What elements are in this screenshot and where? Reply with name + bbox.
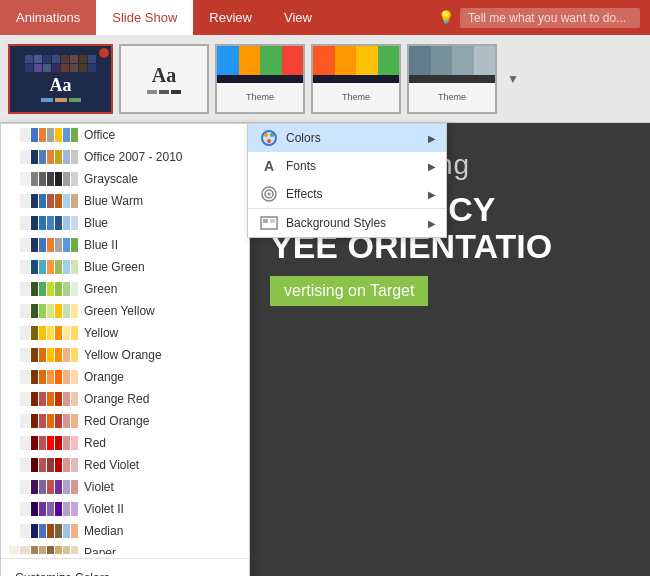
tab-review[interactable]: Review bbox=[193, 0, 268, 35]
theme-label-yellow-orange: Yellow Orange bbox=[84, 348, 162, 362]
theme-item-red-orange[interactable]: Red Orange bbox=[1, 410, 249, 432]
thumbnail-bar: Aa Aa bbox=[0, 35, 650, 123]
submenu-effects[interactable]: Effects ▶ bbox=[248, 180, 446, 208]
svg-point-1 bbox=[264, 133, 268, 137]
theme-item-median[interactable]: Median bbox=[1, 520, 249, 542]
theme-label-violet-ii: Violet II bbox=[84, 502, 124, 516]
theme-item-orange[interactable]: Orange bbox=[1, 366, 249, 388]
theme-list-scroll[interactable]: OfficeOffice 2007 - 2010GrayscaleBlue Wa… bbox=[1, 124, 249, 554]
dropdown-footer: Customize Colors... Reset Slide Theme Co… bbox=[1, 563, 249, 576]
theme-item-green-yellow[interactable]: Green Yellow bbox=[1, 300, 249, 322]
theme-thumb-3[interactable]: Theme bbox=[215, 44, 305, 114]
theme-label-office-2007: Office 2007 - 2010 bbox=[84, 150, 183, 164]
theme-label-red-orange: Red Orange bbox=[84, 414, 149, 428]
theme-label-orange: Orange bbox=[84, 370, 124, 384]
theme-item-paper[interactable]: Paper bbox=[1, 542, 249, 554]
theme-label-median: Median bbox=[84, 524, 123, 538]
theme-item-blue-green[interactable]: Blue Green bbox=[1, 256, 249, 278]
theme-item-red-violet[interactable]: Red Violet bbox=[1, 454, 249, 476]
theme-label-paper: Paper bbox=[84, 546, 116, 554]
theme-label-blue-green: Blue Green bbox=[84, 260, 145, 274]
tab-slideshow[interactable]: Slide Show bbox=[96, 0, 193, 35]
effects-label: Effects bbox=[286, 187, 428, 201]
theme-label-green: Green bbox=[84, 282, 117, 296]
theme-item-yellow[interactable]: Yellow bbox=[1, 322, 249, 344]
font-icon: A bbox=[258, 155, 280, 177]
theme-item-blue[interactable]: Blue bbox=[1, 212, 249, 234]
theme-thumb-2[interactable]: Aa bbox=[119, 44, 209, 114]
effects-icon bbox=[258, 183, 280, 205]
colors-label: Colors bbox=[286, 131, 428, 145]
theme-thumb-4[interactable]: Theme bbox=[311, 44, 401, 114]
thumb-scroll-arrow[interactable]: ▼ bbox=[503, 44, 523, 114]
svg-rect-9 bbox=[270, 219, 275, 223]
theme-item-violet-ii[interactable]: Violet II bbox=[1, 498, 249, 520]
colors-arrow: ▶ bbox=[428, 133, 436, 144]
theme-item-violet[interactable]: Violet bbox=[1, 476, 249, 498]
svg-point-6 bbox=[268, 193, 271, 196]
tab-animations[interactable]: Animations bbox=[0, 0, 96, 35]
svg-rect-8 bbox=[263, 219, 268, 223]
submenu-background[interactable]: Background Styles ▶ bbox=[248, 209, 446, 237]
theme-item-orange-red[interactable]: Orange Red bbox=[1, 388, 249, 410]
theme-label-blue-warm: Blue Warm bbox=[84, 194, 143, 208]
theme-item-grayscale[interactable]: Grayscale bbox=[1, 168, 249, 190]
theme-item-red[interactable]: Red bbox=[1, 432, 249, 454]
theme-colors-dropdown: OfficeOffice 2007 - 2010GrayscaleBlue Wa… bbox=[0, 123, 250, 576]
theme-item-green[interactable]: Green bbox=[1, 278, 249, 300]
ribbon-search-area: 💡 bbox=[428, 0, 650, 35]
theme-item-yellow-orange[interactable]: Yellow Orange bbox=[1, 344, 249, 366]
theme-label-grayscale: Grayscale bbox=[84, 172, 138, 186]
theme-label-red: Red bbox=[84, 436, 106, 450]
theme-label-yellow: Yellow bbox=[84, 326, 118, 340]
effects-arrow: ▶ bbox=[428, 189, 436, 200]
submenu-colors[interactable]: Colors ▶ bbox=[248, 124, 446, 152]
theme-label-blue-ii: Blue II bbox=[84, 238, 118, 252]
theme-thumb-5[interactable]: Theme bbox=[407, 44, 497, 114]
theme-item-office-2007[interactable]: Office 2007 - 2010 bbox=[1, 146, 249, 168]
right-submenu: Colors ▶ A Fonts ▶ Effects ▶ bbox=[247, 123, 447, 238]
svg-point-3 bbox=[267, 139, 271, 143]
theme-item-blue-warm[interactable]: Blue Warm bbox=[1, 190, 249, 212]
slide-subtitle: vertising on Target bbox=[284, 282, 414, 299]
background-label: Background Styles bbox=[286, 216, 428, 230]
theme-label-blue: Blue bbox=[84, 216, 108, 230]
background-icon bbox=[258, 212, 280, 234]
tab-view[interactable]: View bbox=[268, 0, 328, 35]
theme-thumb-1[interactable]: Aa bbox=[8, 44, 113, 114]
palette-icon bbox=[258, 127, 280, 149]
theme-label-violet: Violet bbox=[84, 480, 114, 494]
theme-label-orange-red: Orange Red bbox=[84, 392, 149, 406]
customize-colors-item[interactable]: Customize Colors... bbox=[9, 567, 241, 576]
content-area: 💡 uantrimang RKS AGENCY YEE ORIENTATIO v… bbox=[0, 123, 650, 576]
theme-label-office: Office bbox=[84, 128, 115, 142]
submenu-fonts[interactable]: A Fonts ▶ bbox=[248, 152, 446, 180]
theme-item-blue-ii[interactable]: Blue II bbox=[1, 234, 249, 256]
fonts-label: Fonts bbox=[286, 159, 428, 173]
theme-label-green-yellow: Green Yellow bbox=[84, 304, 155, 318]
fonts-arrow: ▶ bbox=[428, 161, 436, 172]
theme-label-red-violet: Red Violet bbox=[84, 458, 139, 472]
search-input[interactable] bbox=[460, 8, 640, 28]
ribbon: Animations Slide Show Review View 💡 bbox=[0, 0, 650, 35]
svg-point-2 bbox=[270, 133, 274, 137]
background-arrow: ▶ bbox=[428, 218, 436, 229]
theme-item-office[interactable]: Office bbox=[1, 124, 249, 146]
